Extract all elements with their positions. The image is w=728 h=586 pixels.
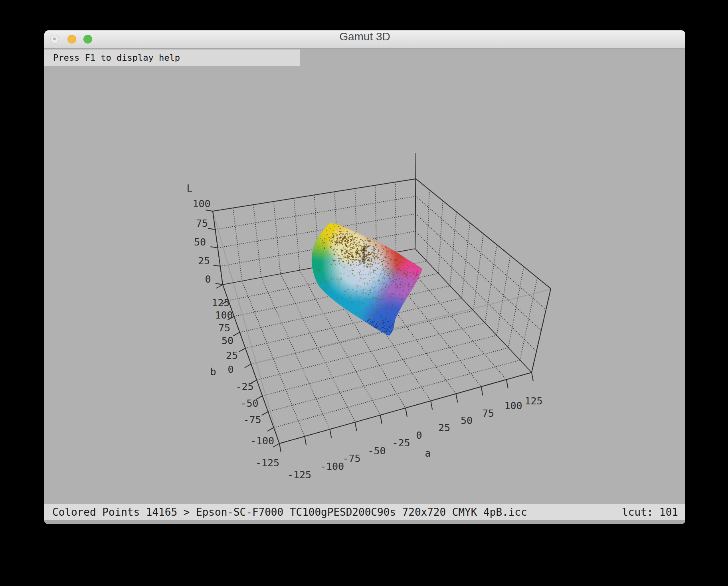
axis-name-label: L <box>186 182 192 194</box>
axis-tick-label: -125 <box>255 457 279 469</box>
axis-tick-label: 125 <box>524 395 542 407</box>
axis-tick-label: -75 <box>243 414 261 426</box>
axis-tick-label: -100 <box>320 461 344 472</box>
axis-tick-label: 125 <box>212 297 229 309</box>
axis-tick-label: 0 <box>205 273 211 285</box>
axis-name-label: a <box>425 447 431 459</box>
axis-tick-label: 50 <box>461 415 473 426</box>
axis-tick-label: 50 <box>222 335 233 346</box>
help-text: Press F1 to display help <box>53 53 180 63</box>
axis-tick-label: -75 <box>342 453 360 464</box>
axis-tick-label: -50 <box>240 398 258 409</box>
window-bottom-strip <box>44 520 685 524</box>
axis-tick-label: 100 <box>192 198 210 210</box>
axis-tick-label: 25 <box>226 350 238 361</box>
axis-tick-label: 100 <box>504 400 522 412</box>
axis-tick-label: 0 <box>228 364 233 375</box>
axis-tick-label: 75 <box>218 322 230 334</box>
status-lcut: lcut: 101 <box>622 506 678 518</box>
axis-tick-label: 0 <box>416 430 422 441</box>
status-points-file: Colored Points 14165 > Epson-SC-F7000_TC… <box>52 506 527 518</box>
help-bar: Press F1 to display help <box>44 49 300 66</box>
axis-tick-label: -125 <box>287 469 311 481</box>
axis-tick-label: 25 <box>438 422 450 434</box>
gamut-3d-plot[interactable]: 10075502501251007550250-25-50-75-100-125… <box>44 49 685 504</box>
axis-name-label: b <box>210 366 216 378</box>
axis-tick-label: 75 <box>196 218 208 229</box>
titlebar[interactable]: Gamut 3D <box>44 30 685 49</box>
gamut3d-window: Gamut 3D 10075502501251007550250-25-50-7… <box>44 30 685 524</box>
axis-tick-label: -25 <box>235 381 253 392</box>
axis-tick-label: -100 <box>250 435 274 447</box>
axis-tick-label: 75 <box>482 408 494 419</box>
axis-tick-label: 25 <box>198 255 210 267</box>
axis-tick-label: 100 <box>215 309 233 321</box>
axis-tick-label: 50 <box>194 236 206 248</box>
plot-canvas-area: 10075502501251007550250-25-50-75-100-125… <box>44 49 685 504</box>
status-bar: Colored Points 14165 > Epson-SC-F7000_TC… <box>44 504 685 520</box>
window-title: Gamut 3D <box>44 30 685 48</box>
axis-tick-label: -25 <box>392 437 410 449</box>
axis-tick-label: -50 <box>368 445 386 457</box>
